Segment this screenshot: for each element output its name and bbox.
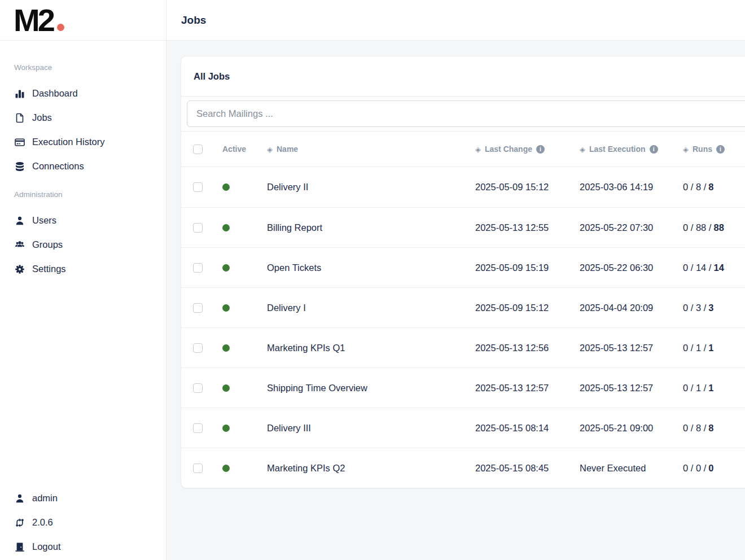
active-cell (222, 384, 267, 392)
bar-chart-icon (14, 89, 25, 99)
info-icon[interactable]: i (536, 145, 545, 154)
last-change-value: 2025-05-13 12:56 (475, 343, 549, 353)
sidebar-item-connections[interactable]: Connections (14, 154, 166, 178)
sidebar-item-settings[interactable]: Settings (14, 257, 166, 281)
job-name-cell[interactable]: Open Tickets (267, 262, 475, 273)
section-label-administration: Administration (14, 189, 166, 200)
row-checkbox[interactable] (193, 423, 203, 433)
table-row[interactable]: Billing Report 2025-05-13 12:55 2025-05-… (181, 207, 745, 247)
runs-total-value: 8 (708, 182, 713, 193)
runs-cell: 0 / 8 / 8 (683, 182, 745, 193)
column-header-runs[interactable]: ◈ Runs i (683, 145, 745, 154)
job-name-cell[interactable]: Marketing KPIs Q2 (267, 463, 475, 474)
table-row[interactable]: Delivery I 2025-05-09 15:12 2025-04-04 2… (181, 287, 745, 327)
last-change-value: 2025-05-13 12:57 (475, 383, 549, 393)
last-execution-value: 2025-05-13 12:57 (580, 343, 653, 353)
row-checkbox[interactable] (193, 463, 203, 473)
column-label: Name (277, 145, 298, 154)
column-header-last-execution[interactable]: ◈ Last Execution i (580, 145, 683, 154)
column-label: Active (222, 145, 246, 154)
runs-cell: 0 / 88 / 88 (683, 222, 745, 233)
search-input[interactable] (187, 100, 745, 127)
last-change-value: 2025-05-09 15:19 (475, 262, 549, 273)
runs-value: 0 / 8 / (683, 182, 706, 193)
job-name: Delivery I (267, 303, 306, 313)
current-user-label: admin (32, 493, 58, 504)
job-name: Shipping Time Overview (267, 383, 367, 393)
table-row[interactable]: Open Tickets 2025-05-09 15:19 2025-05-22… (181, 247, 745, 287)
sidebar-item-jobs[interactable]: Jobs (14, 106, 166, 130)
header-cell-select (181, 145, 222, 154)
sidebar-item-logout[interactable]: Logout (14, 535, 166, 559)
row-select-cell (181, 303, 222, 313)
sidebar-item-label: Execution History (32, 137, 104, 147)
active-status-dot (222, 344, 230, 352)
sidebar-item-label: Dashboard (32, 88, 78, 99)
last-execution-cell: 2025-03-06 14:19 (580, 182, 683, 193)
last-change-value: 2025-05-09 15:12 (475, 182, 549, 193)
runs-total-value: 14 (713, 262, 724, 273)
row-checkbox[interactable] (193, 223, 203, 233)
runs-total-value: 0 (708, 463, 713, 474)
sidebar-item-groups[interactable]: Groups (14, 233, 166, 257)
row-select-cell (181, 423, 222, 433)
table-row[interactable]: Marketing KPIs Q1 2025-05-13 12:56 2025-… (181, 327, 745, 368)
sidebar-item-version[interactable]: 2.0.6 (14, 510, 166, 535)
gear-icon (14, 264, 25, 274)
sidebar-item-admin-user[interactable]: admin (14, 486, 166, 510)
active-cell (222, 224, 267, 231)
row-checkbox[interactable] (193, 182, 203, 192)
logo[interactable]: M2 (0, 0, 166, 41)
job-name-cell[interactable]: Marketing KPIs Q1 (267, 343, 475, 353)
last-execution-value: 2025-03-06 14:19 (580, 182, 653, 193)
last-execution-value: 2025-05-22 06:30 (580, 262, 653, 273)
sidebar-item-users[interactable]: Users (14, 208, 166, 233)
runs-cell: 0 / 1 / 1 (683, 383, 745, 393)
job-name-cell[interactable]: Delivery II (267, 182, 475, 193)
runs-value: 0 / 14 / (683, 262, 711, 273)
sidebar-item-dashboard[interactable]: Dashboard (14, 81, 166, 106)
column-header-name[interactable]: ◈ Name (267, 145, 475, 154)
main-area: Jobs All Jobs Active (166, 0, 745, 560)
column-label: Last Execution (589, 145, 646, 154)
info-icon[interactable]: i (716, 145, 725, 154)
runs-cell: 0 / 3 / 3 (683, 303, 745, 313)
job-name-cell[interactable]: Delivery I (267, 303, 475, 313)
table-row[interactable]: Delivery II 2025-05-09 15:12 2025-03-06 … (181, 167, 745, 207)
sidebar-item-execution-history[interactable]: Execution History (14, 130, 166, 154)
sidebar-item-label: Connections (32, 161, 84, 172)
last-change-value: 2025-05-13 12:55 (475, 222, 549, 233)
column-header-last-change[interactable]: ◈ Last Change i (475, 145, 580, 154)
runs-cell: 0 / 8 / 8 (683, 423, 745, 434)
row-checkbox[interactable] (193, 343, 203, 353)
last-execution-cell: Never Executed (580, 463, 683, 474)
card-title: All Jobs (194, 71, 230, 82)
sidebar-item-label: Jobs (32, 112, 52, 123)
job-name-cell[interactable]: Delivery III (267, 423, 475, 434)
table-body: Delivery II 2025-05-09 15:12 2025-03-06 … (181, 167, 745, 488)
row-checkbox[interactable] (193, 263, 203, 273)
runs-total-value: 3 (708, 303, 713, 313)
table-row[interactable]: Marketing KPIs Q2 2025-05-15 08:45 Never… (181, 448, 745, 488)
row-select-cell (181, 383, 222, 393)
table-row[interactable]: Delivery III 2025-05-15 08:14 2025-05-21… (181, 408, 745, 448)
runs-value: 0 / 8 / (683, 423, 706, 434)
row-checkbox[interactable] (193, 303, 203, 313)
last-execution-cell: 2025-05-13 12:57 (580, 343, 683, 353)
active-cell (222, 465, 267, 472)
job-name-cell[interactable]: Shipping Time Overview (267, 383, 475, 393)
last-execution-cell: 2025-05-22 06:30 (580, 262, 683, 273)
runs-value: 0 / 1 / (683, 343, 706, 353)
row-select-cell (181, 263, 222, 273)
table-row[interactable]: Shipping Time Overview 2025-05-13 12:57 … (181, 368, 745, 408)
select-all-checkbox[interactable] (193, 145, 203, 154)
info-icon[interactable]: i (650, 145, 658, 154)
last-change-cell: 2025-05-09 15:12 (475, 303, 580, 313)
row-checkbox[interactable] (193, 383, 203, 393)
last-change-cell: 2025-05-09 15:19 (475, 262, 580, 273)
job-name: Open Tickets (267, 262, 321, 273)
last-execution-value: Never Executed (580, 463, 646, 474)
job-name-cell[interactable]: Billing Report (267, 222, 475, 233)
sidebar-item-label: Groups (32, 239, 63, 250)
page-header: Jobs (166, 0, 745, 41)
